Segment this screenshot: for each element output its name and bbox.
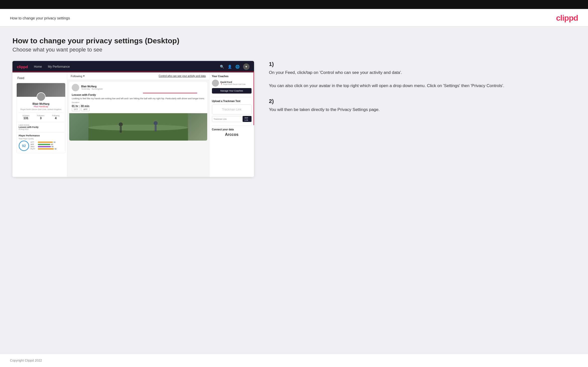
post-title: Lesson with Fordy xyxy=(72,93,205,96)
coaches-title: Your Coaches xyxy=(212,75,252,78)
svg-point-3 xyxy=(119,122,123,126)
latest-activity: Latest Activity Lesson with Fordy 03 Aug… xyxy=(17,122,65,132)
quality-row: 92 OTT 90 APP xyxy=(19,141,63,151)
avatar-button[interactable]: ▼ xyxy=(243,63,250,70)
add-link-button[interactable]: Add Link xyxy=(243,116,252,122)
arrow-line-vertical xyxy=(254,93,254,125)
connect-section: Connect your data Arccos xyxy=(212,125,252,137)
profile-handicap: Plus Handicap xyxy=(19,105,63,108)
arrow-line-horizontal xyxy=(143,93,197,93)
post-duration-value: 01 hr : 30 min xyxy=(72,105,205,107)
following-chevron: ▾ xyxy=(83,74,85,78)
content-layout: clippd Home My Performance 🔍 👤 🌐 ▼ xyxy=(12,61,576,177)
activities-value: 131 xyxy=(22,116,29,120)
tag-ott: OTT xyxy=(72,107,80,111)
bar-value-ott: 90 xyxy=(54,141,56,143)
tag-app: APP xyxy=(81,107,90,111)
post-author-avatar xyxy=(72,84,79,91)
post-meta: Yesterday · Sunningdale xyxy=(81,88,103,90)
trackman-title: Upload a Trackman Test xyxy=(212,100,252,103)
coach-avatar xyxy=(212,80,219,87)
feed-tab[interactable]: Feed xyxy=(15,75,67,81)
arrow-line-top-vertical xyxy=(254,71,254,93)
app-nav-home[interactable]: Home xyxy=(34,65,42,68)
trackman-input-field[interactable] xyxy=(212,116,242,122)
post-desc: Looking to feel like my hands are exitin… xyxy=(72,97,205,100)
site-footer: Copyright Clippd 2022 xyxy=(0,354,588,367)
following-label: Following xyxy=(52,115,60,116)
stat-followers: Followers 3 xyxy=(37,115,45,120)
trackman-input-row: Add Link xyxy=(212,116,252,122)
bar-arg: ARG 86 xyxy=(31,146,63,148)
copyright-text: Copyright Clippd 2022 xyxy=(10,359,42,362)
profile-stats: Activities 131 Followers 3 Following xyxy=(19,112,63,120)
step2-number: 2) xyxy=(269,98,573,105)
profile-club: Royal North Devon Golf Club, United King… xyxy=(19,108,63,110)
site-header: How to change your privacy settings clip… xyxy=(0,9,588,27)
bar-fill-arg xyxy=(38,146,51,147)
trackman-section: Upload a Trackman Test Trackman Link Add… xyxy=(212,97,252,122)
following-label: Following xyxy=(71,75,82,78)
app-right-panel: Your Coaches David Ford 📍 Royal North De… xyxy=(209,72,254,177)
app-feed: Following ▾ Control who can see your act… xyxy=(67,72,209,177)
manage-coaches-button[interactable]: Manage Your Coaches xyxy=(212,88,252,94)
perf-label: Player Performance xyxy=(19,134,63,137)
bar-label-ott: OTT xyxy=(31,141,37,143)
bar-label-arg: ARG xyxy=(31,146,37,148)
stat-activities: Activities 131 xyxy=(22,115,29,120)
following-value: 4 xyxy=(52,116,60,120)
app-logo: clippd xyxy=(17,65,28,69)
followers-label: Followers xyxy=(37,115,45,116)
app-navbar: clippd Home My Performance 🔍 👤 🌐 ▼ xyxy=(12,61,254,72)
bar-label-app: APP xyxy=(31,144,37,145)
latest-name: Lesson with Fordy xyxy=(19,126,63,128)
quality-score: 92 xyxy=(19,141,29,151)
coach-club-text: Royal North Devon Golf Club xyxy=(223,83,246,85)
svg-point-2 xyxy=(88,125,188,131)
coach-club: 📍 Royal North Devon Golf Club xyxy=(220,83,246,85)
feed-top-bar: Following ▾ Control who can see your act… xyxy=(67,72,209,80)
trackman-placeholder: Trackman Link xyxy=(212,105,252,114)
latest-date: 03 Aug 2022 xyxy=(19,128,63,130)
profile-banner xyxy=(17,83,65,97)
post-author-name: Blair McHarg xyxy=(81,85,103,88)
post-golf-image xyxy=(69,113,207,141)
profile-card: Blair McHarg Plus Handicap Royal North D… xyxy=(16,83,65,153)
bar-app: APP 85 xyxy=(31,144,63,145)
top-bar xyxy=(0,0,588,9)
bar-value-arg: 86 xyxy=(52,146,54,148)
app-body: Feed Blair McHarg Plus Handicap Royal No… xyxy=(12,72,254,177)
post-image xyxy=(69,113,207,141)
profile-name: Blair McHarg xyxy=(19,102,63,105)
svg-rect-4 xyxy=(120,126,122,133)
post-body: Lesson with Fordy Looking to feel like m… xyxy=(69,93,207,113)
globe-icon[interactable]: 🌐 xyxy=(235,65,240,69)
coach-name: David Ford xyxy=(220,81,246,83)
bar-fill-ott xyxy=(38,142,53,143)
stat-following: Following 4 xyxy=(52,115,60,120)
location-icon: 📍 xyxy=(220,83,223,85)
search-icon[interactable]: 🔍 xyxy=(220,65,224,69)
app-mockup: clippd Home My Performance 🔍 👤 🌐 ▼ xyxy=(12,61,254,177)
coach-item: David Ford 📍 Royal North Devon Golf Club xyxy=(212,80,252,87)
instruction-step1: 1) On your Feed, click/tap on 'Control w… xyxy=(269,61,573,89)
top-border-red xyxy=(12,71,254,72)
post-header: Blair McHarg Yesterday · Sunningdale xyxy=(69,82,207,93)
page-main-heading: How to change your privacy settings (Des… xyxy=(12,37,576,45)
following-button[interactable]: Following ▾ xyxy=(71,74,85,78)
svg-rect-6 xyxy=(155,125,157,131)
coach-info: David Ford 📍 Royal North Devon Golf Club xyxy=(220,81,246,85)
post-tags: OTT APP xyxy=(72,107,205,111)
app-nav-performance[interactable]: My Performance xyxy=(48,65,70,68)
profile-avatar xyxy=(37,92,46,101)
control-privacy-link[interactable]: Control who can see your activity and da… xyxy=(159,75,205,77)
connect-title: Connect your data xyxy=(212,128,252,131)
step1-text: On your Feed, click/tap on 'Control who … xyxy=(269,69,573,89)
user-icon[interactable]: 👤 xyxy=(228,65,232,69)
bar-value-putt: 96 xyxy=(55,148,57,150)
bar-label-putt: PUTT xyxy=(31,148,37,150)
post-author-info: Blair McHarg Yesterday · Sunningdale xyxy=(81,85,103,90)
bar-putt: PUTT 96 xyxy=(31,148,63,150)
feed-post: Blair McHarg Yesterday · Sunningdale Les… xyxy=(69,82,207,141)
step2-text: You will then be taken directly to the P… xyxy=(269,106,573,113)
